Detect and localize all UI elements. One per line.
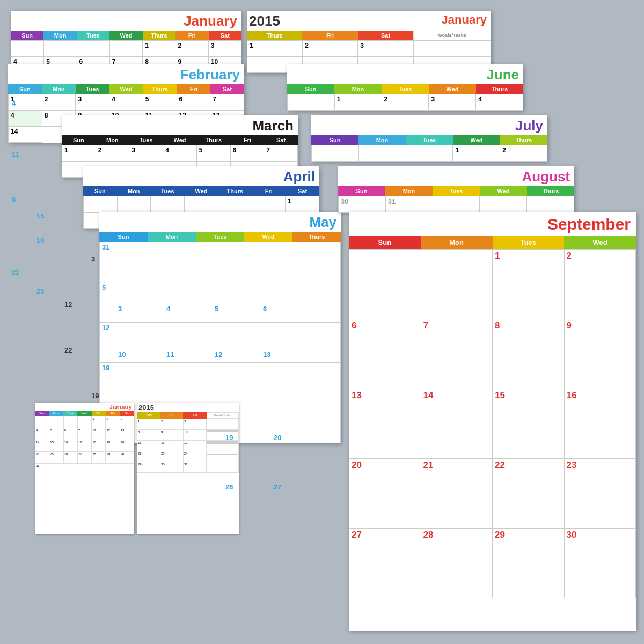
tue-header: Tues [76, 84, 109, 94]
list-item: 30 [120, 452, 134, 464]
list-item: 14 [35, 440, 49, 452]
list-item: 3 [120, 416, 134, 428]
wed-header: Wed [109, 84, 143, 94]
list-item [35, 416, 49, 428]
august-title: August [338, 166, 574, 186]
july-grid: 1 2 [311, 145, 547, 162]
august-calendar: August Sun Mon Tues Wed Thurs 30 31 [338, 166, 574, 213]
wed-header: Wed [109, 31, 142, 40]
small-2015-header-split: 2015 [137, 402, 239, 412]
table-row: 6 [231, 145, 265, 162]
table-row [77, 41, 110, 57]
small-mon-hdr: Mon [49, 411, 63, 416]
table-row [44, 41, 77, 57]
small-thu-hdr: Thu [92, 411, 106, 416]
list-item: 23 [160, 451, 184, 462]
list-item: 29 [137, 462, 160, 473]
table-row: 27 [349, 529, 421, 598]
may-header: Sun Mon Tues Wed Thurs [99, 232, 341, 241]
list-item: 5 [49, 428, 63, 440]
mon-header: Mon [43, 31, 76, 40]
list-item: 1 [137, 419, 160, 430]
sun-header: Sun [99, 232, 148, 241]
march-header: Sun Mon Tues Wed Thurs Fri Sat [62, 135, 298, 145]
tue-header: Tues [382, 84, 429, 94]
table-row: 14 [9, 127, 42, 143]
table-row: 4 [9, 111, 42, 127]
may-cell-3: 3 [118, 305, 122, 313]
list-item: 29 [106, 452, 120, 464]
jan2015-title: January [442, 11, 491, 28]
mon-header: Mon [334, 84, 382, 94]
table-row [292, 282, 341, 323]
january-header: Sun Mon Tues Wed Thurs Fri Sat [11, 31, 241, 40]
may-cell-4: 4 [166, 305, 170, 313]
table-row: 7 [210, 94, 244, 111]
january-title: January [11, 11, 241, 31]
january-calendar: January Sun Mon Tues Wed Thurs Fri Sat 1… [11, 11, 241, 73]
table-row [244, 403, 292, 443]
may-left-12: 12 [64, 301, 72, 309]
table-row: 9 [565, 319, 636, 389]
table-row [252, 196, 286, 213]
thu-header: Thurs [196, 135, 230, 145]
list-item: 15 [137, 441, 160, 451]
mon-header: Mon [385, 186, 433, 196]
table-row [292, 403, 341, 443]
table-row: 1 [453, 145, 500, 162]
table-row: 6 [177, 94, 211, 111]
table-row [288, 94, 335, 111]
table-row: 15 [493, 389, 565, 459]
table-row [148, 363, 196, 403]
june-calendar: June Sun Mon Tues Wed Thurs 1 2 3 4 [287, 64, 523, 111]
list-item [207, 419, 239, 430]
table-row [148, 282, 196, 323]
table-row: 2 [303, 41, 358, 57]
table-row: 22 [493, 459, 565, 529]
april-title: April [83, 166, 319, 186]
thu-header: Thurs [143, 84, 177, 94]
table-row: 8 [493, 319, 565, 389]
table-row: 3 [209, 41, 241, 57]
table-row: 19 [100, 363, 148, 403]
jan2015-day-header: Thurs Fri Sat Goals/Tasks [247, 31, 491, 40]
small-sun-hdr: Sun [35, 411, 49, 416]
table-row [421, 250, 493, 319]
small-sat-hdr: Sat [120, 411, 134, 416]
table-row [480, 196, 527, 213]
tue-header: Tues [77, 31, 109, 40]
list-item [207, 462, 239, 473]
may-cell-5: 5 [215, 305, 218, 313]
table-row: 5 [100, 282, 148, 323]
jan2015-header-split: 2015 January [247, 11, 491, 31]
february-header: Sun Mon Tues Wed Thurs Fri Sat [8, 84, 244, 94]
table-row [11, 41, 44, 57]
small-2015-day-hdr: Thurs Fri Sat Goals/Tasks [137, 412, 239, 419]
apr-25: 25 [36, 287, 44, 295]
table-row: 7 [421, 319, 493, 389]
sun-header: Sun [62, 135, 96, 145]
small-year-label: 2015 [137, 402, 154, 412]
list-item: 31 [35, 464, 49, 475]
table-row: 2 [175, 41, 208, 57]
list-item: 18 [92, 440, 106, 452]
fri-header: Fri [177, 84, 210, 94]
table-row: 1 [62, 145, 96, 162]
table-row [292, 242, 341, 282]
wed-header: Wed [453, 135, 500, 145]
small-jan-grid: 1 2 3 4 5 6 7 11 12 13 14 15 16 17 18 19… [35, 416, 134, 475]
feb-left-num-11: 11 [12, 150, 19, 158]
list-item: 6 [64, 428, 78, 440]
table-row [292, 323, 341, 363]
goals-header: Goals/Tasks [413, 31, 491, 40]
may-cell-20: 20 [274, 434, 281, 442]
table-row: 21 [421, 459, 493, 529]
table-row: 30 [565, 529, 636, 598]
mon-header: Mon [96, 135, 129, 145]
list-item: 11 [92, 428, 106, 440]
list-item: 26 [64, 452, 78, 464]
small-fri-hdr: Fri [106, 411, 120, 416]
wed-header: Wed [564, 236, 636, 249]
july-calendar: July Sun Mon Tues Wed Thurs 1 2 [311, 115, 547, 162]
table-row [151, 196, 185, 213]
